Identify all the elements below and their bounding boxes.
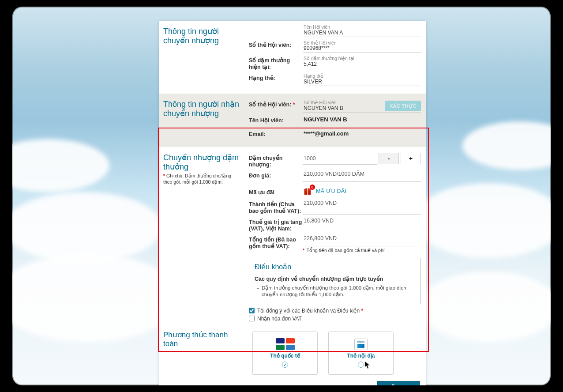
sender-title: Thông tin người chuyển nhượng xyxy=(163,27,240,45)
section-sender: Thông tin người chuyển nhượng Tên Hội vi… xyxy=(159,21,426,94)
dom-radio[interactable] xyxy=(358,362,364,368)
sender-name-value: NGUYEN VAN A xyxy=(304,30,421,36)
promo-link[interactable]: MÃ ƯU ĐÃI xyxy=(316,188,346,194)
transfer-miles-label: Dặm chuyển nhượng: xyxy=(249,153,303,168)
decrement-button[interactable]: - xyxy=(379,153,399,164)
terms-title: Điều khoản xyxy=(255,263,415,271)
terms-subtitle: Các quy định về chuyển nhượng dặm trực t… xyxy=(255,275,415,282)
payment-option-international[interactable]: Thẻ quốc tế xyxy=(252,332,318,375)
verify-button[interactable]: XÁC THỰC xyxy=(385,101,421,111)
svg-rect-2 xyxy=(307,189,308,195)
increment-button[interactable]: + xyxy=(401,153,421,164)
vat-invoice-checkbox[interactable] xyxy=(249,316,255,321)
subtotal-value: 210,000 VND xyxy=(304,200,421,207)
promo-badge: 0 xyxy=(310,185,315,190)
section-payment: Phương thức thanh toán Thẻ quốc tế xyxy=(159,328,426,381)
recipient-card-label: Số thẻ Hội viên: xyxy=(249,102,291,108)
payment-title: Phương thức thanh toán xyxy=(163,331,240,348)
vat-invoice-label: Nhận hóa đơn VAT xyxy=(257,316,302,322)
price-label: Đơn giá: xyxy=(249,170,303,182)
total-label: Tổng tiền (Đã bao gồm thuế VAT): xyxy=(249,235,303,253)
intl-radio[interactable] xyxy=(282,362,288,368)
transfer-title: Chuyển nhượng dặm thưởng xyxy=(163,153,240,171)
vat-label: Thuế giá trị gia tăng (VAT), Việt Nam: xyxy=(249,217,303,232)
recipient-title: Thông tin người nhận chuyển nhượng xyxy=(163,100,240,118)
total-value: 226,800 VND xyxy=(304,236,421,242)
intl-card-label: Thẻ quốc tế xyxy=(270,353,300,359)
total-note: Tổng tiền đã bao gồm cả thuế và phí xyxy=(307,248,385,253)
section-transfer: Chuyển nhượng dặm thưởng * Ghi chú: Dặm … xyxy=(159,147,426,328)
card-brands-icon xyxy=(276,338,295,350)
sender-miles-tiny: Số dặm thưởng hiện tại xyxy=(304,56,421,61)
sender-card-value: 900968**** xyxy=(304,45,421,51)
napas-icon: napas xyxy=(354,339,368,350)
sender-card-label: Số thẻ Hội viên: xyxy=(249,40,303,53)
terms-item: Dặm thưởng chuyển nhượng theo gói 1.000 … xyxy=(262,285,415,298)
gift-icon: 0 xyxy=(303,186,312,196)
payment-option-domestic[interactable]: napas Thẻ nội địa xyxy=(328,332,394,375)
section-recipient: Thông tin người nhận chuyển nhượng Số th… xyxy=(159,94,426,147)
transfer-note: Ghi chú: Dặm thưởng cho/tặng theo gói, m… xyxy=(163,173,231,185)
miles-input[interactable] xyxy=(303,153,377,165)
vat-value: 16,800 VND xyxy=(304,218,421,224)
recipient-name-label: Tên Hội viên: xyxy=(249,115,303,127)
sender-tier-label: Hạng thẻ: xyxy=(249,73,303,86)
sender-miles-value: 5,412 xyxy=(304,61,421,67)
subtotal-label: Thành tiền (Chưa bao gồm thuế VAT): xyxy=(249,200,303,215)
continue-button[interactable]: TIẾP TỤC xyxy=(377,381,420,385)
terms-box: Điều khoản Các quy định về chuyển nhượng… xyxy=(249,258,421,304)
main-form: Thông tin người chuyển nhượng Tên Hội vi… xyxy=(159,21,426,385)
sender-name-tiny: Tên Hội viên xyxy=(304,25,421,30)
recipient-card-value: NGUYEN VAN B xyxy=(304,106,382,111)
agree-label: Tôi đồng ý với các Điều khoản và Điều ki… xyxy=(257,308,360,314)
promo-label: Mã ưu đãi xyxy=(249,185,303,197)
recipient-email-value: *****@gmail.com xyxy=(304,130,421,137)
sender-tier-value: SILVER xyxy=(304,79,421,85)
dom-card-label: Thẻ nội địa xyxy=(347,353,375,359)
agree-checkbox[interactable] xyxy=(249,308,255,313)
price-value: 210,000 VND/1000 DẶM xyxy=(304,171,421,177)
recipient-email-label: Email: xyxy=(249,129,303,141)
sender-miles-label: Số dặm thưởng hiện tại: xyxy=(249,55,303,70)
recipient-name-value: NGUYEN VAN B xyxy=(304,116,421,123)
